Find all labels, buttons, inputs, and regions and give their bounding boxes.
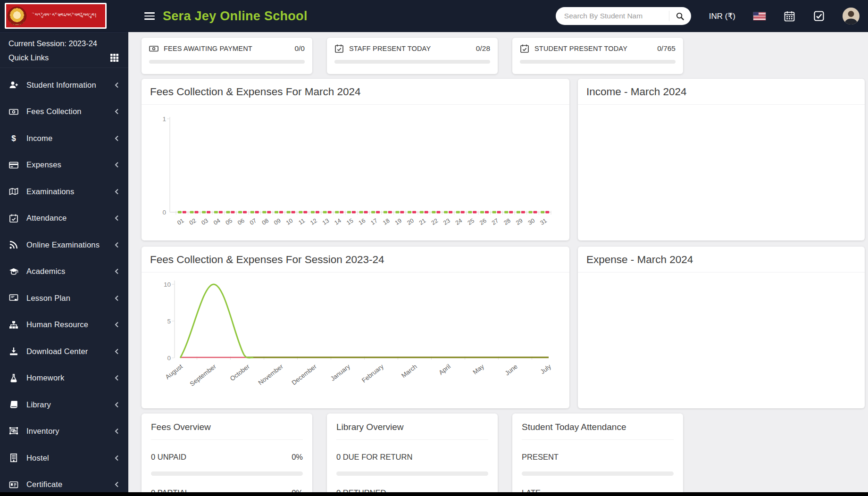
sidebar-item-expenses[interactable]: Expenses <box>0 152 128 179</box>
user-avatar[interactable] <box>843 8 860 25</box>
sidebar-item-label: Hostel <box>26 454 115 463</box>
school-emblem <box>8 7 26 25</box>
header-actions: INR (₹) <box>556 0 860 32</box>
school-logo[interactable]: སེར་བྱེས་ཧ་ཝོག་སྐད་ཡིག་སློབ་གྲྭ། <box>5 3 107 29</box>
stat-card-label: STAFF PRESENT TODAY <box>349 45 471 52</box>
calendar-button[interactable] <box>784 10 795 22</box>
sidebar-item-certificate[interactable]: Certificate <box>0 471 128 493</box>
svg-text:28: 28 <box>503 217 512 226</box>
page-title: Sera Jey Online School <box>163 0 308 32</box>
overview-card-library-overview: Library Overview 0 DUE FOR RETURN 0 RETU… <box>327 413 498 496</box>
sidebar-item-student-information[interactable]: Student Information <box>0 72 128 99</box>
sidebar-item-hostel[interactable]: Hostel <box>0 445 128 471</box>
svg-text:11: 11 <box>297 217 306 226</box>
stat-card-label: STUDENT PRESENT TODAY <box>534 45 652 52</box>
sidebar-item-examinations[interactable]: Examinations <box>0 178 128 205</box>
chevron-left-icon <box>115 135 119 141</box>
overview-row-label: 0 UNPAID <box>151 453 186 462</box>
sidebar-item-label: Expenses <box>26 160 115 169</box>
sidebar-item-label: Download Center <box>26 347 115 356</box>
svg-text:05: 05 <box>225 217 234 226</box>
overview-card-fees-overview: Fees Overview 0 UNPAID 0% 0 PARTIAL 0% <box>142 413 312 496</box>
chevron-left-icon <box>115 108 119 115</box>
currency-selector[interactable]: INR (₹) <box>709 11 735 21</box>
svg-text:September: September <box>189 363 218 388</box>
sidebar: Current Session: 2023-24 Quick Links Stu… <box>0 32 128 492</box>
svg-text:09: 09 <box>273 217 282 226</box>
sidebar-item-library[interactable]: Library <box>0 391 128 418</box>
svg-text:10: 10 <box>285 217 294 226</box>
svg-text:0: 0 <box>167 355 171 362</box>
svg-text:January: January <box>329 363 351 382</box>
chevron-left-icon <box>115 162 119 168</box>
svg-text:19: 19 <box>394 217 403 226</box>
tasks-button[interactable] <box>813 10 825 22</box>
search-box <box>556 7 691 25</box>
chevron-left-icon <box>115 82 119 88</box>
svg-text:March: March <box>400 363 418 380</box>
svg-text:04: 04 <box>212 217 221 226</box>
rss-icon <box>8 240 19 249</box>
sidebar-item-homework[interactable]: Homework <box>0 365 128 392</box>
search-input[interactable] <box>563 11 669 21</box>
sidebar-item-lesson-plan[interactable]: Lesson Plan <box>0 285 128 312</box>
stat-cards-row: FEES AWAITING PAYMENT 0/0 STAFF PRESENT … <box>142 38 868 74</box>
svg-text:02: 02 <box>188 217 197 226</box>
stat-card-student-present-today: STUDENT PRESENT TODAY 0/765 <box>512 38 683 74</box>
sidebar-item-download-center[interactable]: Download Center <box>0 338 128 365</box>
chevron-left-icon <box>115 268 119 274</box>
stat-card-value: 0/765 <box>657 44 676 53</box>
svg-text:August: August <box>164 363 184 380</box>
overview-row-label: PRESENT <box>522 453 559 462</box>
logo-tibetan-text: སེར་བྱེས་ཧ་ཝོག་སྐད་ཡིག་སློབ་གྲྭ། <box>26 13 105 19</box>
svg-text:23: 23 <box>442 217 451 226</box>
language-flag-us-icon[interactable] <box>753 12 766 20</box>
overview-cards-row: Fees Overview 0 UNPAID 0% 0 PARTIAL 0% L… <box>142 413 868 496</box>
current-session-label: Current Session: 2023-24 <box>0 33 128 49</box>
sidebar-toggle-button[interactable] <box>144 12 155 20</box>
sidebar-item-inventory[interactable]: Inventory <box>0 418 128 445</box>
graduation-cap-icon <box>8 267 19 276</box>
sidebar-item-label: Examinations <box>26 187 115 196</box>
svg-text:April: April <box>437 363 452 376</box>
user-plus-icon <box>8 80 19 90</box>
overview-card-title: Student Today Attendance <box>522 422 674 432</box>
sidebar-item-label: Homework <box>26 373 115 382</box>
card-title: Fees Collection & Expenses For March 202… <box>142 79 569 104</box>
svg-text:13: 13 <box>321 217 330 226</box>
progress-bar <box>520 60 676 64</box>
sitemap-icon <box>8 320 19 330</box>
flask-icon <box>8 373 19 383</box>
progress-bar <box>522 471 674 476</box>
sidebar-item-label: Human Resource <box>26 320 115 329</box>
svg-text:08: 08 <box>261 217 270 226</box>
overview-card-student-today-attendance: Student Today Attendance PRESENT LATE <box>512 413 683 496</box>
sidebar-item-fees-collection[interactable]: Fees Collection <box>0 99 128 125</box>
sidebar-item-label: Inventory <box>26 427 115 436</box>
sidebar-item-online-examinations[interactable]: Online Examinations <box>0 231 128 258</box>
chalkboard-icon <box>8 293 19 303</box>
card-title: Expense - March 2024 <box>578 247 865 272</box>
overview-card-title: Fees Overview <box>151 422 303 432</box>
stat-card-staff-present-today: STAFF PRESENT TODAY 0/28 <box>327 38 498 74</box>
sidebar-item-attendance[interactable]: Attendance <box>0 205 128 232</box>
search-button[interactable] <box>669 7 691 25</box>
expense-march-card: Expense - March 2024 <box>578 247 865 408</box>
sidebar-item-label: Income <box>26 134 115 143</box>
quick-links[interactable]: Quick Links <box>0 49 128 68</box>
download-icon <box>8 347 19 356</box>
calendar-icon <box>784 10 795 22</box>
sidebar-item-income[interactable]: $ Income <box>0 125 128 152</box>
income-empty-body <box>578 105 865 107</box>
svg-text:21: 21 <box>418 217 427 226</box>
svg-text:February: February <box>360 363 385 384</box>
svg-text:06: 06 <box>236 217 245 226</box>
daily-fees-expenses-chart: 1001020304050607080910111213141516171819… <box>150 107 560 239</box>
svg-text:16: 16 <box>358 217 367 226</box>
svg-text:25: 25 <box>467 217 476 226</box>
sidebar-item-human-resource[interactable]: Human Resource <box>0 312 128 339</box>
sidebar-item-academics[interactable]: Academics <box>0 258 128 285</box>
money-bill-icon <box>8 107 19 116</box>
chevron-left-icon <box>115 402 119 408</box>
header: སེར་བྱེས་ཧ་ཝོག་སྐད་ཡིག་སློབ་གྲྭ། Sera Je… <box>0 0 868 32</box>
